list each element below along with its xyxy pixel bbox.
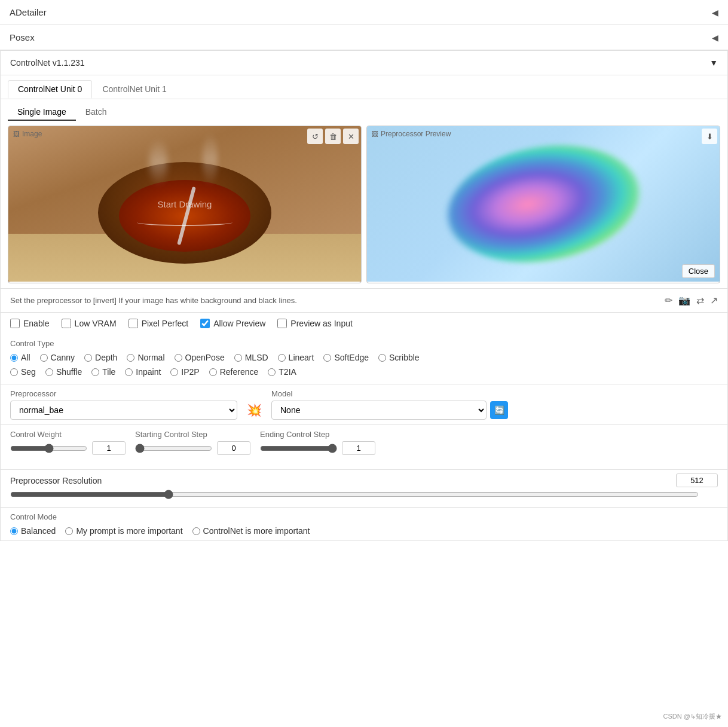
preview-panel-label: 🖼 Preprocessor Preview	[372, 130, 451, 138]
radio-openpose[interactable]: OpenPose	[175, 353, 225, 362]
radio-softedge[interactable]: SoftEdge	[323, 353, 369, 362]
adetailer-arrow: ◀	[712, 8, 718, 17]
tab-unit1[interactable]: ControlNet Unit 1	[92, 80, 176, 99]
ending-step-group: Ending Control Step	[260, 430, 375, 455]
control-weight-value[interactable]	[92, 441, 126, 455]
edit-icon-button[interactable]: ✏	[665, 295, 672, 306]
camera-icon-button[interactable]: 📷	[678, 295, 690, 306]
preview-as-input-checkbox[interactable]: Preview as Input	[277, 319, 353, 328]
preview-image-panel: 🖼 Preprocessor Preview ⬇ Close	[366, 126, 720, 283]
preview-as-input-checkbox-input[interactable]	[277, 319, 287, 328]
radio-inpaint[interactable]: Inpaint	[125, 367, 161, 377]
controlnet-arrow: ▼	[709, 58, 718, 68]
preprocessor-label: Preprocessor	[10, 389, 237, 398]
bowl-image-display: Start Drawing	[8, 126, 361, 282]
preprocessor-select-wrapper: normal_bae none normal_midas invert	[10, 401, 237, 420]
model-field: Model None 🔄	[271, 389, 508, 420]
radio-depth[interactable]: Depth	[84, 353, 117, 362]
clear-button[interactable]: 🗑	[325, 129, 341, 144]
preview-toolbar: ⬇	[702, 129, 717, 144]
radio-tile[interactable]: Tile	[91, 367, 115, 377]
radio-canny[interactable]: Canny	[40, 353, 75, 362]
hint-icons: ✏ 📷 ⇄ ↗	[665, 295, 718, 306]
checkboxes-row: Enable Low VRAM Pixel Perfect Allow Prev…	[1, 313, 727, 334]
low-vram-checkbox-input[interactable]	[62, 319, 71, 328]
unit-tabs: ControlNet Unit 0 ControlNet Unit 1	[1, 75, 727, 99]
posex-header[interactable]: Posex ◀	[0, 25, 728, 50]
control-weight-slider[interactable]	[10, 444, 87, 453]
sliders-main-row: Control Weight Starting Control Step End…	[10, 430, 718, 455]
preprocessor-field: Preprocessor normal_bae none normal_mida…	[10, 389, 237, 420]
starting-step-group: Starting Control Step	[135, 430, 250, 455]
control-type-label: Control Type	[10, 339, 718, 348]
ending-step-value[interactable]	[342, 441, 375, 455]
radio-shuffle[interactable]: Shuffle	[45, 367, 82, 377]
download-preview-button[interactable]: ⬇	[702, 129, 717, 144]
adetailer-header[interactable]: ADetailer ◀	[0, 0, 728, 25]
preprocessor-res-slider[interactable]	[10, 490, 699, 499]
arrow-icon-button[interactable]: ↗	[710, 295, 718, 306]
radio-mlsd[interactable]: MLSD	[234, 353, 268, 362]
radio-lineart[interactable]: Lineart	[278, 353, 314, 362]
control-weight-slider-row	[10, 441, 126, 455]
swap-icon-button[interactable]: ⇄	[696, 295, 704, 306]
undo-button[interactable]: ↺	[307, 129, 323, 144]
source-image-panel[interactable]: 🖼 Image ↺ 🗑 ✕ ✏	[8, 126, 362, 283]
controlnet-title: ControlNet v1.1.231	[10, 58, 85, 68]
radio-all[interactable]: All	[10, 353, 30, 362]
starting-step-slider[interactable]	[135, 444, 212, 453]
radio-balanced[interactable]: Balanced	[10, 526, 56, 536]
control-mode-radio-grid: Balanced My prompt is more important Con…	[10, 526, 718, 536]
radio-reference[interactable]: Reference	[209, 367, 259, 377]
allow-preview-checkbox[interactable]: Allow Preview	[200, 319, 265, 328]
pixel-perfect-checkbox[interactable]: Pixel Perfect	[129, 319, 189, 328]
tab-single-image[interactable]: Single Image	[8, 104, 76, 121]
low-vram-checkbox[interactable]: Low VRAM	[62, 319, 117, 328]
radio-controlnet-important[interactable]: ControlNet is more important	[192, 526, 310, 536]
allow-preview-checkbox-input[interactable]	[200, 319, 210, 328]
radio-normal[interactable]: Normal	[127, 353, 164, 362]
starting-step-label: Starting Control Step	[135, 430, 250, 439]
close-preview-button[interactable]: Close	[682, 264, 715, 278]
sync-button[interactable]: 🔄	[490, 401, 508, 419]
starting-step-value[interactable]	[217, 441, 250, 455]
images-container: 🖼 Image ↺ 🗑 ✕ ✏	[1, 121, 727, 288]
hint-section: Set the preprocessor to [invert] If your…	[1, 289, 727, 312]
control-mode-label: Control Mode	[10, 512, 718, 521]
control-type-radio-grid: All Canny Depth Normal OpenPose MLSD Lin…	[10, 353, 718, 362]
tab-unit0[interactable]: ControlNet Unit 0	[8, 80, 92, 99]
radio-my-prompt[interactable]: My prompt is more important	[65, 526, 182, 536]
model-select-wrapper: None 🔄	[271, 401, 508, 420]
radio-seg[interactable]: Seg	[10, 367, 36, 377]
fire-button[interactable]: 💥	[244, 401, 264, 420]
radio-scribble[interactable]: Scribble	[378, 353, 420, 362]
ending-step-slider-row	[260, 441, 375, 455]
control-weight-label: Control Weight	[10, 430, 126, 439]
control-type-section: Control Type All Canny Depth Normal Open…	[1, 334, 727, 384]
model-select[interactable]: None	[271, 401, 487, 420]
close-image-button[interactable]: ✕	[343, 129, 359, 144]
enable-checkbox[interactable]: Enable	[10, 319, 50, 328]
ending-step-slider[interactable]	[260, 444, 337, 453]
res-row: Preprocessor Resolution	[10, 474, 718, 487]
sliders-section: Control Weight Starting Control Step End…	[1, 425, 727, 469]
enable-checkbox-input[interactable]	[10, 319, 20, 328]
image-panel-label: 🖼 Image	[13, 130, 42, 138]
preprocessor-model-row: Preprocessor normal_bae none normal_mida…	[1, 384, 727, 424]
preprocessor-res-value[interactable]	[676, 474, 718, 487]
pixel-perfect-checkbox-input[interactable]	[129, 319, 138, 328]
preprocessor-select[interactable]: normal_bae none normal_midas invert	[10, 401, 237, 420]
controlnet-header[interactable]: ControlNet v1.1.231 ▼	[1, 51, 727, 75]
tab-batch[interactable]: Batch	[76, 104, 117, 121]
model-label: Model	[271, 389, 508, 398]
starting-step-slider-row	[135, 441, 250, 455]
controlnet-section: ControlNet v1.1.231 ▼ ControlNet Unit 0 …	[0, 50, 728, 541]
ending-step-label: Ending Control Step	[260, 430, 375, 439]
radio-ip2p[interactable]: IP2P	[170, 367, 199, 377]
control-type-radio-grid-2: Seg Shuffle Tile Inpaint IP2P Reference …	[10, 367, 718, 377]
image-toolbar: ↺ 🗑 ✕	[307, 129, 359, 144]
image-mode-tabs: Single Image Batch	[1, 99, 727, 121]
radio-t2ia[interactable]: T2IA	[268, 367, 296, 377]
posex-title: Posex	[10, 32, 35, 42]
control-weight-group: Control Weight	[10, 430, 126, 455]
